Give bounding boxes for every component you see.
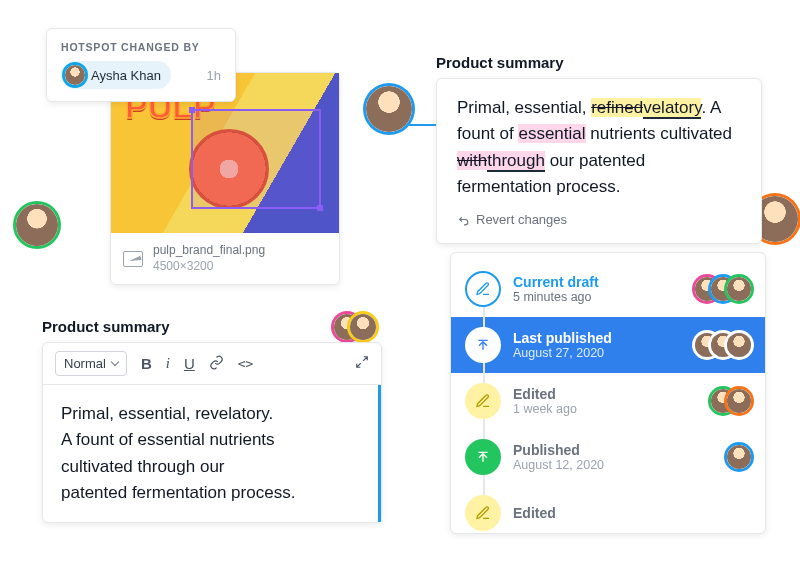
collaborator-avatar[interactable] [727,277,751,301]
entry-collaborators [703,333,751,357]
entry-collaborators [703,277,751,301]
selection-box[interactable] [191,109,321,209]
hotspot-user: Aysha Khan [91,68,161,83]
image-card[interactable]: PULP pulp_brand_final.png 4500×3200 [110,72,340,285]
hotspot-label: HOTSPOT CHANGED BY [61,41,221,53]
link-button[interactable] [209,355,224,373]
upload-icon [465,327,501,363]
timeline-entry-published[interactable]: Last published August 27, 2020 [451,317,765,373]
editor-section-title: Product summary [42,318,170,335]
italic-button[interactable]: i [166,355,170,372]
style-select[interactable]: Normal [55,351,127,376]
image-icon [123,251,143,267]
timeline-entry-edited[interactable]: Edited [451,485,765,533]
hotspot-time: 1h [207,68,221,83]
code-button[interactable]: <> [238,356,254,371]
rich-text-editor: Normal B i U <> Primal, essential, revel… [42,342,382,523]
timeline-entry-current[interactable]: Current draft 5 minutes ago [451,261,765,317]
entry-collaborators [719,389,751,413]
image-dimensions: 4500×3200 [153,259,265,275]
timeline-entry-published[interactable]: Published August 12, 2020 [451,429,765,485]
version-timeline: Current draft 5 minutes ago Last publish… [450,252,766,534]
collaborator-avatar[interactable] [16,204,58,246]
bold-button[interactable]: B [141,355,152,372]
editor-collaborators [344,314,376,340]
editor-toolbar: Normal B i U <> [43,343,381,385]
image-filename: pulp_brand_final.png [153,243,265,259]
collaborator-avatar[interactable] [727,333,751,357]
collaborator-avatar[interactable] [727,389,751,413]
collaborator-avatar[interactable] [727,445,751,469]
hotspot-popover: HOTSPOT CHANGED BY Aysha Khan 1h [46,28,236,102]
expand-button[interactable] [355,355,369,372]
diff-section-title: Product summary [436,54,564,71]
underline-button[interactable]: U [184,355,195,372]
hotspot-user-pill[interactable]: Aysha Khan [61,61,171,89]
avatar [65,65,85,85]
entry-collaborators [735,445,751,469]
diff-text: Primal, essential, refinedvelatory. A fo… [457,95,741,200]
pencil-icon [465,495,501,531]
collaborator-avatar[interactable] [366,86,412,132]
upload-icon [465,439,501,475]
timeline-entry-edited[interactable]: Edited 1 week ago [451,373,765,429]
revert-changes-button[interactable]: Revert changes [457,210,741,230]
pencil-icon [465,383,501,419]
diff-card: Primal, essential, refinedvelatory. A fo… [436,78,762,244]
editor-content[interactable]: Primal, essential, revelatory. A fount o… [43,385,381,522]
chevron-down-icon [111,358,119,366]
collaborator-avatar[interactable] [350,314,376,340]
pencil-icon [465,271,501,307]
